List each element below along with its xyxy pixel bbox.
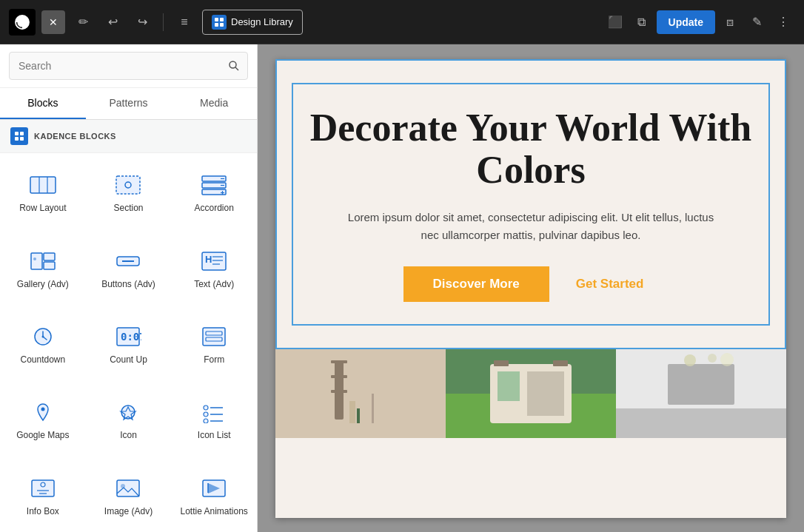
svg-point-6 [230, 61, 236, 68]
external-icon[interactable]: ⧉ [630, 10, 654, 34]
block-google-maps-label: Google Maps [16, 430, 69, 440]
block-section-label: Section [113, 203, 143, 213]
block-gallery-adv-label: Gallery (Adv) [17, 279, 69, 289]
svg-rect-11 [20, 137, 24, 141]
toolbar-right-icons: ⬛ ⧉ Update ⧈ ✎ ⋮ [603, 10, 795, 34]
svg-rect-65 [331, 390, 347, 393]
photo-item-3 [616, 349, 786, 438]
svg-point-80 [684, 354, 696, 366]
hero-section: Decorate Your World With Colors Lorem ip… [275, 59, 786, 349]
svg-rect-4 [215, 23, 218, 27]
design-library-icon [212, 15, 227, 30]
kadence-blocks-header: KADENCE BLOCKS [0, 120, 257, 153]
svg-text:W: W [19, 18, 27, 27]
block-info-box[interactable]: Info Box [0, 457, 86, 532]
svg-text:H: H [205, 254, 212, 265]
svg-rect-9 [20, 132, 24, 135]
wp-logo[interactable]: W [9, 9, 36, 36]
svg-rect-74 [494, 360, 509, 366]
block-buttons-adv[interactable]: Buttons (Adv) [86, 229, 172, 304]
search-input-wrap [9, 52, 248, 80]
svg-text:0:07: 0:07 [121, 331, 141, 343]
svg-point-38 [41, 335, 44, 337]
toolbar: W ✕ ✏ ↩ ↪ ≡ Design Library ⬛ ⧉ Update ⧈ … [0, 0, 804, 44]
search-input[interactable] [10, 54, 221, 78]
block-image-adv[interactable]: Image (Adv) [86, 457, 172, 532]
block-count-up[interactable]: 0:07 Count Up [86, 305, 172, 380]
svg-rect-68 [372, 394, 374, 423]
info-box-icon [28, 475, 58, 502]
photo-item-2 [446, 349, 616, 438]
settings-icon[interactable]: ⋮ [771, 10, 795, 34]
block-icon-list-label: Icon List [198, 430, 231, 440]
sidebar-search-area [0, 44, 257, 88]
search-icon[interactable] [221, 53, 247, 79]
block-icon[interactable]: Icon [86, 380, 172, 456]
svg-rect-79 [668, 364, 734, 405]
block-countdown[interactable]: Countdown [0, 305, 86, 380]
block-text-adv[interactable]: H Text (Adv) [171, 229, 257, 304]
page-canvas: Decorate Your World With Colors Lorem ip… [275, 59, 786, 518]
block-form[interactable]: Form [171, 305, 257, 380]
block-image-adv-label: Image (Adv) [104, 506, 153, 516]
svg-point-81 [708, 354, 717, 363]
block-lottie-animations[interactable]: Lottie Animations [171, 457, 257, 532]
edit-icon[interactable]: ✎ [745, 10, 768, 34]
text-adv-icon: H [199, 248, 229, 275]
count-up-icon: 0:07 [113, 323, 143, 350]
design-library-button[interactable]: Design Library [202, 10, 303, 35]
svg-rect-57 [117, 480, 139, 496]
block-accordion-label: Accordion [194, 203, 233, 213]
canvas-area: Decorate Your World With Colors Lorem ip… [258, 44, 804, 532]
svg-rect-73 [527, 371, 564, 416]
section-icon [113, 172, 143, 198]
svg-rect-15 [116, 176, 140, 194]
pen-icon[interactable]: ✏ [71, 10, 95, 34]
get-started-button[interactable]: Get Started [561, 266, 659, 302]
svg-rect-75 [553, 360, 568, 366]
block-count-up-label: Count Up [110, 354, 147, 365]
kadence-logo [10, 127, 28, 145]
hero-subtitle: Lorem ipsum dolor sit amet, consectetur … [346, 209, 716, 244]
google-maps-icon [28, 399, 58, 425]
svg-point-27 [33, 257, 36, 260]
block-lottie-animations-label: Lottie Animations [180, 506, 247, 516]
svg-rect-63 [331, 360, 347, 363]
buttons-adv-icon [113, 248, 143, 275]
block-accordion[interactable]: Accordion [171, 153, 257, 229]
redo-icon[interactable]: ↪ [130, 10, 154, 34]
discover-more-button[interactable]: Discover More [403, 266, 549, 302]
block-countdown-label: Countdown [20, 354, 65, 365]
close-button[interactable]: ✕ [41, 10, 65, 34]
svg-point-49 [204, 412, 208, 417]
icon-block-icon [113, 399, 143, 425]
block-gallery-adv[interactable]: Gallery (Adv) [0, 229, 86, 304]
split-view-icon[interactable]: ⧈ [718, 10, 742, 34]
screen-icon[interactable]: ⬛ [603, 10, 627, 34]
undo-icon[interactable]: ↩ [101, 10, 124, 34]
tab-patterns[interactable]: Patterns [86, 88, 172, 119]
icon-list-icon [199, 399, 229, 425]
svg-rect-24 [31, 253, 42, 269]
hero-title: Decorate Your World With Colors [308, 107, 754, 191]
svg-point-54 [41, 482, 45, 487]
list-icon[interactable]: ≡ [172, 10, 196, 34]
tab-blocks[interactable]: Blocks [0, 88, 86, 119]
svg-rect-66 [349, 401, 355, 423]
block-buttons-adv-label: Buttons (Adv) [101, 279, 155, 289]
block-icon-list[interactable]: Icon List [171, 380, 257, 456]
block-section[interactable]: Section [86, 153, 172, 229]
tab-media[interactable]: Media [171, 88, 257, 119]
update-button[interactable]: Update [657, 10, 715, 34]
blocks-grid: Row Layout Section Accordion [0, 153, 257, 532]
svg-point-51 [204, 419, 208, 423]
photo-item-1 [275, 349, 446, 438]
main-area: Blocks Patterns Media KADENCE BLOCKS Row… [0, 44, 804, 532]
svg-rect-12 [30, 177, 56, 193]
design-library-label: Design Library [231, 16, 293, 27]
block-row-layout[interactable]: Row Layout [0, 153, 86, 229]
svg-rect-26 [44, 262, 55, 269]
block-form-label: Form [204, 354, 224, 365]
block-google-maps[interactable]: Google Maps [0, 380, 86, 456]
svg-point-44 [41, 408, 44, 411]
